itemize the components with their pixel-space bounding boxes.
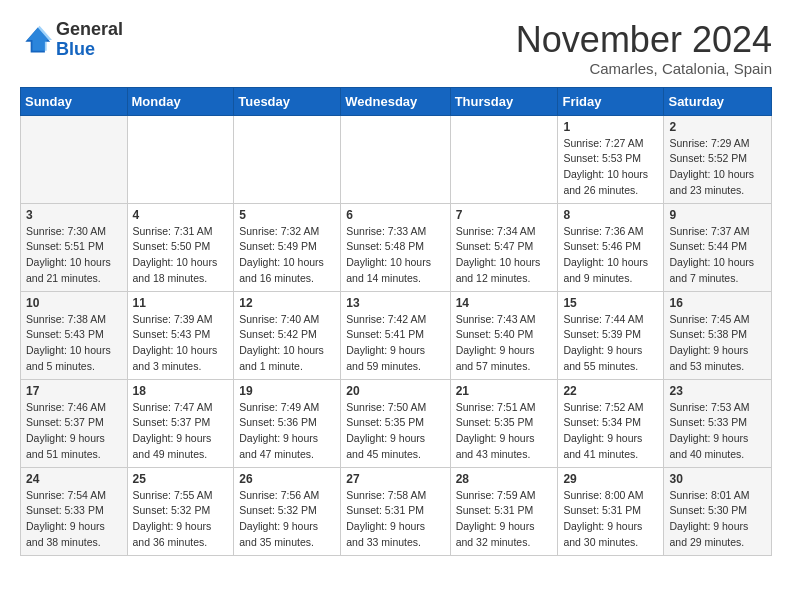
page: General Blue November 2024 Camarles, Cat…: [0, 0, 792, 566]
day-number: 16: [669, 296, 766, 310]
calendar: Sunday Monday Tuesday Wednesday Thursday…: [20, 87, 772, 556]
table-row: 21Sunrise: 7:51 AM Sunset: 5:35 PM Dayli…: [450, 379, 558, 467]
calendar-header-row: Sunday Monday Tuesday Wednesday Thursday…: [21, 87, 772, 115]
header-wednesday: Wednesday: [341, 87, 450, 115]
location: Camarles, Catalonia, Spain: [516, 60, 772, 77]
table-row: 8Sunrise: 7:36 AM Sunset: 5:46 PM Daylig…: [558, 203, 664, 291]
title-block: November 2024 Camarles, Catalonia, Spain: [516, 20, 772, 77]
day-number: 14: [456, 296, 553, 310]
table-row: 28Sunrise: 7:59 AM Sunset: 5:31 PM Dayli…: [450, 467, 558, 555]
day-number: 9: [669, 208, 766, 222]
header-saturday: Saturday: [664, 87, 772, 115]
day-number: 25: [133, 472, 229, 486]
day-info: Sunrise: 7:59 AM Sunset: 5:31 PM Dayligh…: [456, 488, 553, 551]
day-info: Sunrise: 7:37 AM Sunset: 5:44 PM Dayligh…: [669, 224, 766, 287]
header-sunday: Sunday: [21, 87, 128, 115]
day-number: 26: [239, 472, 335, 486]
day-number: 13: [346, 296, 444, 310]
day-number: 10: [26, 296, 122, 310]
table-row: 4Sunrise: 7:31 AM Sunset: 5:50 PM Daylig…: [127, 203, 234, 291]
day-info: Sunrise: 7:55 AM Sunset: 5:32 PM Dayligh…: [133, 488, 229, 551]
day-info: Sunrise: 7:29 AM Sunset: 5:52 PM Dayligh…: [669, 136, 766, 199]
day-number: 18: [133, 384, 229, 398]
table-row: 27Sunrise: 7:58 AM Sunset: 5:31 PM Dayli…: [341, 467, 450, 555]
table-row: [450, 115, 558, 203]
day-info: Sunrise: 7:56 AM Sunset: 5:32 PM Dayligh…: [239, 488, 335, 551]
day-info: Sunrise: 7:27 AM Sunset: 5:53 PM Dayligh…: [563, 136, 658, 199]
day-number: 1: [563, 120, 658, 134]
day-number: 20: [346, 384, 444, 398]
day-info: Sunrise: 7:44 AM Sunset: 5:39 PM Dayligh…: [563, 312, 658, 375]
table-row: 16Sunrise: 7:45 AM Sunset: 5:38 PM Dayli…: [664, 291, 772, 379]
table-row: 29Sunrise: 8:00 AM Sunset: 5:31 PM Dayli…: [558, 467, 664, 555]
table-row: 3Sunrise: 7:30 AM Sunset: 5:51 PM Daylig…: [21, 203, 128, 291]
table-row: 25Sunrise: 7:55 AM Sunset: 5:32 PM Dayli…: [127, 467, 234, 555]
table-row: 9Sunrise: 7:37 AM Sunset: 5:44 PM Daylig…: [664, 203, 772, 291]
header-friday: Friday: [558, 87, 664, 115]
day-info: Sunrise: 7:45 AM Sunset: 5:38 PM Dayligh…: [669, 312, 766, 375]
table-row: 6Sunrise: 7:33 AM Sunset: 5:48 PM Daylig…: [341, 203, 450, 291]
table-row: 7Sunrise: 7:34 AM Sunset: 5:47 PM Daylig…: [450, 203, 558, 291]
table-row: 23Sunrise: 7:53 AM Sunset: 5:33 PM Dayli…: [664, 379, 772, 467]
calendar-week-row: 3Sunrise: 7:30 AM Sunset: 5:51 PM Daylig…: [21, 203, 772, 291]
table-row: 19Sunrise: 7:49 AM Sunset: 5:36 PM Dayli…: [234, 379, 341, 467]
day-info: Sunrise: 7:42 AM Sunset: 5:41 PM Dayligh…: [346, 312, 444, 375]
table-row: 15Sunrise: 7:44 AM Sunset: 5:39 PM Dayli…: [558, 291, 664, 379]
day-info: Sunrise: 7:31 AM Sunset: 5:50 PM Dayligh…: [133, 224, 229, 287]
header: General Blue November 2024 Camarles, Cat…: [20, 20, 772, 77]
day-info: Sunrise: 7:53 AM Sunset: 5:33 PM Dayligh…: [669, 400, 766, 463]
table-row: [127, 115, 234, 203]
day-info: Sunrise: 7:46 AM Sunset: 5:37 PM Dayligh…: [26, 400, 122, 463]
table-row: 5Sunrise: 7:32 AM Sunset: 5:49 PM Daylig…: [234, 203, 341, 291]
day-info: Sunrise: 7:49 AM Sunset: 5:36 PM Dayligh…: [239, 400, 335, 463]
day-number: 23: [669, 384, 766, 398]
day-number: 5: [239, 208, 335, 222]
table-row: 14Sunrise: 7:43 AM Sunset: 5:40 PM Dayli…: [450, 291, 558, 379]
day-number: 8: [563, 208, 658, 222]
table-row: 22Sunrise: 7:52 AM Sunset: 5:34 PM Dayli…: [558, 379, 664, 467]
day-number: 2: [669, 120, 766, 134]
table-row: 1Sunrise: 7:27 AM Sunset: 5:53 PM Daylig…: [558, 115, 664, 203]
day-info: Sunrise: 8:01 AM Sunset: 5:30 PM Dayligh…: [669, 488, 766, 551]
table-row: 30Sunrise: 8:01 AM Sunset: 5:30 PM Dayli…: [664, 467, 772, 555]
table-row: 24Sunrise: 7:54 AM Sunset: 5:33 PM Dayli…: [21, 467, 128, 555]
month-title: November 2024: [516, 20, 772, 60]
day-number: 17: [26, 384, 122, 398]
day-number: 3: [26, 208, 122, 222]
day-info: Sunrise: 7:34 AM Sunset: 5:47 PM Dayligh…: [456, 224, 553, 287]
day-info: Sunrise: 7:30 AM Sunset: 5:51 PM Dayligh…: [26, 224, 122, 287]
day-number: 11: [133, 296, 229, 310]
table-row: 18Sunrise: 7:47 AM Sunset: 5:37 PM Dayli…: [127, 379, 234, 467]
day-info: Sunrise: 7:43 AM Sunset: 5:40 PM Dayligh…: [456, 312, 553, 375]
day-info: Sunrise: 7:47 AM Sunset: 5:37 PM Dayligh…: [133, 400, 229, 463]
day-number: 19: [239, 384, 335, 398]
day-number: 21: [456, 384, 553, 398]
table-row: 26Sunrise: 7:56 AM Sunset: 5:32 PM Dayli…: [234, 467, 341, 555]
day-info: Sunrise: 7:38 AM Sunset: 5:43 PM Dayligh…: [26, 312, 122, 375]
logo-general: General: [56, 19, 123, 39]
day-info: Sunrise: 7:36 AM Sunset: 5:46 PM Dayligh…: [563, 224, 658, 287]
day-info: Sunrise: 7:50 AM Sunset: 5:35 PM Dayligh…: [346, 400, 444, 463]
header-thursday: Thursday: [450, 87, 558, 115]
logo: General Blue: [20, 20, 123, 60]
calendar-week-row: 1Sunrise: 7:27 AM Sunset: 5:53 PM Daylig…: [21, 115, 772, 203]
day-info: Sunrise: 7:32 AM Sunset: 5:49 PM Dayligh…: [239, 224, 335, 287]
table-row: 17Sunrise: 7:46 AM Sunset: 5:37 PM Dayli…: [21, 379, 128, 467]
day-info: Sunrise: 7:58 AM Sunset: 5:31 PM Dayligh…: [346, 488, 444, 551]
header-monday: Monday: [127, 87, 234, 115]
day-number: 12: [239, 296, 335, 310]
calendar-week-row: 24Sunrise: 7:54 AM Sunset: 5:33 PM Dayli…: [21, 467, 772, 555]
day-info: Sunrise: 7:51 AM Sunset: 5:35 PM Dayligh…: [456, 400, 553, 463]
table-row: 12Sunrise: 7:40 AM Sunset: 5:42 PM Dayli…: [234, 291, 341, 379]
table-row: 2Sunrise: 7:29 AM Sunset: 5:52 PM Daylig…: [664, 115, 772, 203]
day-number: 28: [456, 472, 553, 486]
day-number: 4: [133, 208, 229, 222]
day-number: 24: [26, 472, 122, 486]
header-tuesday: Tuesday: [234, 87, 341, 115]
day-number: 7: [456, 208, 553, 222]
table-row: [21, 115, 128, 203]
logo-icon: [20, 24, 52, 56]
day-number: 29: [563, 472, 658, 486]
table-row: 10Sunrise: 7:38 AM Sunset: 5:43 PM Dayli…: [21, 291, 128, 379]
day-number: 6: [346, 208, 444, 222]
